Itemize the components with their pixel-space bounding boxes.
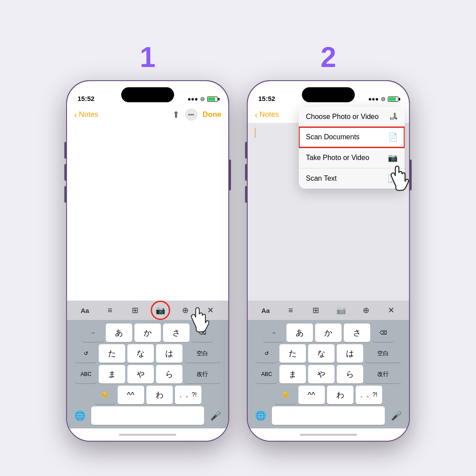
list-icon-2: ≡ (288, 306, 293, 315)
kb-ha-2[interactable]: は (337, 344, 363, 363)
kb-wa-2[interactable]: わ (327, 386, 353, 404)
table-icon-1: ⊞ (132, 305, 138, 315)
back-chevron-2: ‹ (255, 110, 258, 120)
more-button-1[interactable]: ••• (185, 108, 197, 121)
signal-icon-1: ●●● (187, 96, 198, 102)
home-indicator-1 (119, 434, 176, 436)
kb-enter-2[interactable]: 改行 (365, 365, 401, 383)
menu-item-take-photo[interactable]: Take Photo or Video 📷 (299, 148, 405, 168)
take-photo-icon: 📷 (388, 153, 398, 163)
camera-button-2[interactable]: 📷 (333, 302, 349, 318)
kb-ta-2[interactable]: た (279, 344, 306, 363)
list-button-1[interactable]: ≡ (102, 302, 118, 318)
context-menu-2: Choose Photo or Video 🏞 Scan Documents 📄… (299, 107, 405, 189)
menu-item-scan-text[interactable]: Scan Text 📝 (299, 168, 405, 189)
kb-na-2[interactable]: な (308, 344, 335, 363)
kb-emoji-1[interactable]: 😊 (94, 386, 115, 404)
kb-undo-2[interactable]: ↺ (256, 344, 277, 363)
format-button-1[interactable]: Aa (77, 302, 93, 318)
kb-abc-2[interactable]: ABC (256, 365, 277, 383)
kb-ya-2[interactable]: や (308, 365, 335, 383)
kb-mic-1[interactable]: 🎤 (206, 406, 225, 425)
format-button-2[interactable]: Aa (258, 302, 274, 318)
camera-button-1[interactable]: 📷 (152, 302, 168, 318)
table-button-1[interactable]: ⊞ (127, 302, 143, 318)
back-button-1[interactable]: ‹ Notes (74, 110, 98, 120)
markup-button-1[interactable]: ⊕ (178, 302, 193, 318)
close-button-2[interactable]: ✕ (383, 302, 399, 318)
kb-hat-2[interactable]: ^^ (298, 386, 325, 404)
kb-space-1[interactable]: 空白 (185, 344, 220, 363)
scan-docs-icon: 📄 (388, 132, 398, 142)
kb-row-1-4: 😊 ^^ わ 、。?! (69, 386, 227, 404)
list-icon-1: ≡ (108, 306, 112, 315)
kb-spacebar-1[interactable] (91, 406, 204, 425)
scan-text-icon: 📝 (388, 174, 398, 183)
kb-punct-2[interactable]: 、。?! (356, 386, 382, 404)
kb-globe-2[interactable]: 🌐 (251, 406, 270, 425)
kb-space-2[interactable]: 空白 (365, 344, 401, 363)
kb-ta-1[interactable]: た (99, 344, 125, 363)
nav-actions-1: ⬆ ••• Done (172, 108, 222, 121)
kb-ya-1[interactable]: や (127, 365, 154, 383)
status-icons-2: ●●● ⊜ (368, 96, 398, 102)
kb-ma-1[interactable]: ま (99, 365, 125, 383)
status-time-1: 15:52 (78, 95, 94, 102)
kb-wa-1[interactable]: わ (146, 386, 173, 404)
kb-row-2-4: 😊 ^^ わ 、。?! (249, 386, 407, 404)
menu-item-choose-photo[interactable]: Choose Photo or Video 🏞 (299, 107, 405, 127)
markup-icon-1: ⊕ (182, 305, 189, 315)
done-button-1[interactable]: Done (203, 110, 222, 119)
kb-a-1[interactable]: あ (106, 324, 132, 342)
kb-hat-1[interactable]: ^^ (118, 386, 144, 404)
kb-ha-1[interactable]: は (156, 344, 182, 363)
kb-delete-2[interactable]: ⌫ (372, 324, 394, 342)
kb-punct-1[interactable]: 、。?! (175, 386, 201, 404)
kb-row-1-2: ↺ た な は 空白 (69, 344, 227, 363)
kb-sa-2[interactable]: さ (344, 324, 370, 342)
close-button-1[interactable]: ✕ (203, 302, 219, 318)
signal-icon-2: ●●● (368, 96, 379, 102)
scan-docs-label: Scan Documents (306, 133, 360, 141)
back-button-2[interactable]: ‹ Notes (255, 110, 279, 120)
kb-delete-1[interactable]: ⌫ (192, 324, 213, 342)
choose-photo-icon: 🏞 (390, 112, 398, 121)
step-1: 1 15:52 ●●● ⊜ (66, 43, 229, 442)
kb-row-1-3: ABC ま や ら 改行 (69, 365, 227, 383)
markup-icon-2: ⊕ (363, 305, 369, 315)
kb-undo-1[interactable]: ↺ (75, 344, 97, 363)
take-photo-label: Take Photo or Video (306, 154, 369, 162)
kb-globe-1[interactable]: 🌐 (71, 406, 89, 425)
kb-arrow-2[interactable]: → (263, 324, 284, 342)
kb-ra-1[interactable]: ら (156, 365, 182, 383)
keyboard-1: → あ か さ ⌫ ↺ た な は 空白 ABC (67, 320, 228, 428)
main-container: 1 15:52 ●●● ⊜ (66, 34, 410, 442)
kb-enter-1[interactable]: 改行 (185, 365, 220, 383)
kb-ra-2[interactable]: ら (337, 365, 363, 383)
close-icon-1: ✕ (207, 305, 214, 315)
menu-item-scan-docs[interactable]: Scan Documents 📄 (299, 127, 405, 148)
kb-abc-1[interactable]: ABC (75, 365, 97, 383)
kb-ka-1[interactable]: か (134, 324, 161, 342)
list-button-2[interactable]: ≡ (283, 302, 299, 318)
kb-a-2[interactable]: あ (286, 324, 313, 342)
share-icon-1[interactable]: ⬆ (172, 109, 180, 120)
kb-sa-1[interactable]: さ (163, 324, 190, 342)
phone-1-inner: 15:52 ●●● ⊜ ‹ Notes (67, 81, 228, 441)
kb-arrow-1[interactable]: → (82, 324, 104, 342)
battery-fill-1 (208, 97, 215, 101)
kb-ma-2[interactable]: ま (279, 365, 306, 383)
markup-button-2[interactable]: ⊕ (358, 302, 374, 318)
kb-na-1[interactable]: な (127, 344, 154, 363)
kb-row-2-2: ↺ た な は 空白 (249, 344, 407, 363)
back-label-1: Notes (79, 110, 98, 119)
battery-icon-1 (207, 97, 218, 102)
table-button-2[interactable]: ⊞ (308, 302, 324, 318)
kb-ka-2[interactable]: か (315, 324, 342, 342)
battery-icon-2 (388, 97, 398, 102)
aa-icon-1: Aa (81, 307, 89, 314)
kb-emoji-2[interactable]: 😊 (275, 386, 296, 404)
kb-spacebar-2[interactable] (272, 406, 385, 425)
status-time-2: 15:52 (258, 95, 275, 102)
kb-mic-2[interactable]: 🎤 (387, 406, 405, 425)
